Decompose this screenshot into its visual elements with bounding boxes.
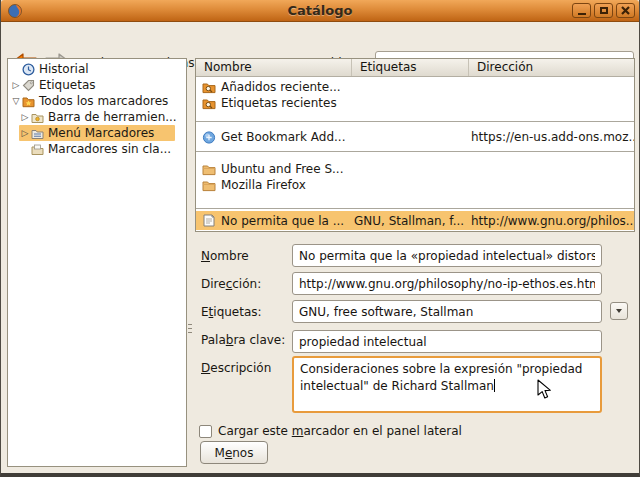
- folder-icon: [202, 179, 216, 192]
- column-header-nombre[interactable]: Nombre: [196, 59, 352, 76]
- descripcion-textarea[interactable]: Consideraciones sobre la expresión "prop…: [292, 356, 602, 413]
- addon-globe-icon: [202, 131, 216, 144]
- sidebar-item-todos-los-marcadores[interactable]: ▽ Todos los marcadores: [8, 93, 186, 109]
- bookmarks-tree: Historial ▷ Etiquetas ▽ Todos los marcad…: [7, 58, 187, 467]
- bookmark-name-cell: Mozilla Firefox: [221, 178, 306, 192]
- sidebar-item-label: Historial: [39, 62, 89, 76]
- close-button[interactable]: [616, 3, 635, 18]
- expander-icon[interactable]: ▽: [10, 93, 22, 109]
- toolbar-folder-icon: [31, 111, 44, 124]
- sidebar-item-menu-marcadores[interactable]: ▷ Menú Marcadores: [19, 125, 175, 141]
- descripcion-label: Descripción: [201, 361, 271, 375]
- list-header: Nombre Etiquetas Dirección: [196, 59, 634, 77]
- bookmark-name-cell: Ubuntu and Free S...: [221, 162, 343, 176]
- mouse-cursor: [537, 379, 553, 401]
- checkbox-label: Cargar este marcador en el panel lateral: [218, 424, 462, 438]
- tags-dropdown-button[interactable]: [610, 302, 628, 320]
- smart-folder-icon: [202, 81, 216, 94]
- list-separator: [196, 208, 634, 209]
- table-row[interactable]: Ubuntu and Free S...: [196, 161, 634, 177]
- history-clock-icon: [22, 63, 35, 76]
- list-separator: [196, 151, 634, 152]
- tag-icon: [22, 79, 35, 92]
- sidebar-item-marcadores-sin-clasificar[interactable]: Marcadores sin cla...: [19, 141, 186, 157]
- bookmark-tags-cell: GNU, Stallman, f...: [352, 214, 469, 228]
- load-in-sidebar-checkbox[interactable]: [199, 425, 212, 438]
- chevron-down-icon: [616, 309, 622, 313]
- menos-button[interactable]: Menos: [200, 441, 268, 464]
- column-header-direccion[interactable]: Dirección: [469, 59, 634, 76]
- direccion-label: Dirección:: [201, 277, 261, 291]
- unsorted-folder-icon: [31, 143, 44, 156]
- expander-icon[interactable]: ▷: [10, 77, 22, 93]
- sidebar-item-label: Marcadores sin cla...: [48, 142, 171, 156]
- bookmark-name-cell: No permita que la ...: [221, 214, 344, 228]
- bookmark-url-cell: http://www.gnu.org/philos...: [469, 214, 634, 228]
- sidebar-item-label: Menú Marcadores: [48, 126, 154, 140]
- bookmarks-list: Nombre Etiquetas Dirección Añadidos reci…: [195, 58, 635, 232]
- expander-icon[interactable]: ▷: [19, 125, 31, 141]
- etiquetas-label: Etiquetas:: [201, 305, 262, 319]
- sidebar-item-label: Todos los marcadores: [39, 94, 168, 108]
- etiquetas-input[interactable]: [292, 300, 602, 323]
- direccion-input[interactable]: [292, 272, 602, 295]
- sidebar-item-etiquetas[interactable]: ▷ Etiquetas: [8, 77, 186, 93]
- library-window: Catálogo Organizar: [0, 0, 640, 477]
- load-in-sidebar-option[interactable]: Cargar este marcador en el panel lateral: [199, 424, 462, 438]
- table-row[interactable]: Mozilla Firefox: [196, 177, 634, 193]
- list-separator: [196, 121, 634, 122]
- menu-folder-icon: [31, 127, 44, 140]
- smart-folder-icon: [202, 97, 216, 110]
- table-row[interactable]: Get Bookmark Add... https://en-us.add-on…: [196, 129, 634, 145]
- bookmark-name-cell: Añadidos reciente...: [221, 80, 341, 94]
- maximize-icon: [600, 7, 608, 14]
- close-icon: [621, 6, 630, 15]
- sidebar-item-label: Barra de herramien...: [48, 110, 177, 124]
- palabra-clave-label: Palabra clave:: [201, 333, 285, 347]
- toolbar: Organizar Vistas Importar y respaldar: [1, 22, 639, 58]
- column-header-etiquetas[interactable]: Etiquetas: [352, 59, 469, 76]
- sidebar-item-historial[interactable]: Historial: [8, 61, 186, 77]
- expander-icon[interactable]: ▷: [19, 109, 31, 125]
- all-bookmarks-folder-icon: [22, 95, 35, 108]
- bookmark-name-cell: Etiquetas recientes: [221, 96, 337, 110]
- nombre-input[interactable]: [292, 244, 602, 267]
- sidebar-item-label: Etiquetas: [39, 78, 96, 92]
- table-row-selected[interactable]: No permita que la ... GNU, Stallman, f..…: [196, 211, 634, 230]
- window-titlebar[interactable]: Catálogo: [1, 0, 639, 22]
- window-title: Catálogo: [1, 3, 639, 18]
- palabra-clave-input[interactable]: [292, 330, 602, 353]
- folder-icon: [202, 163, 216, 176]
- nombre-label: Nombre: [201, 249, 249, 263]
- table-row[interactable]: Etiquetas recientes: [196, 95, 634, 111]
- bookmark-url-cell: https://en-us.add-ons.moz...: [469, 130, 634, 144]
- minimize-button[interactable]: [572, 3, 591, 18]
- table-row[interactable]: Añadidos reciente...: [196, 79, 634, 95]
- bookmark-name-cell: Get Bookmark Add...: [221, 130, 345, 144]
- pane-splitter[interactable]: [188, 324, 192, 333]
- bookmark-page-icon: [202, 214, 216, 227]
- sidebar-item-barra-herramientas[interactable]: ▷ Barra de herramien...: [19, 109, 186, 125]
- minimize-icon: [578, 13, 586, 15]
- text-caret: [494, 379, 495, 392]
- maximize-button[interactable]: [594, 3, 613, 18]
